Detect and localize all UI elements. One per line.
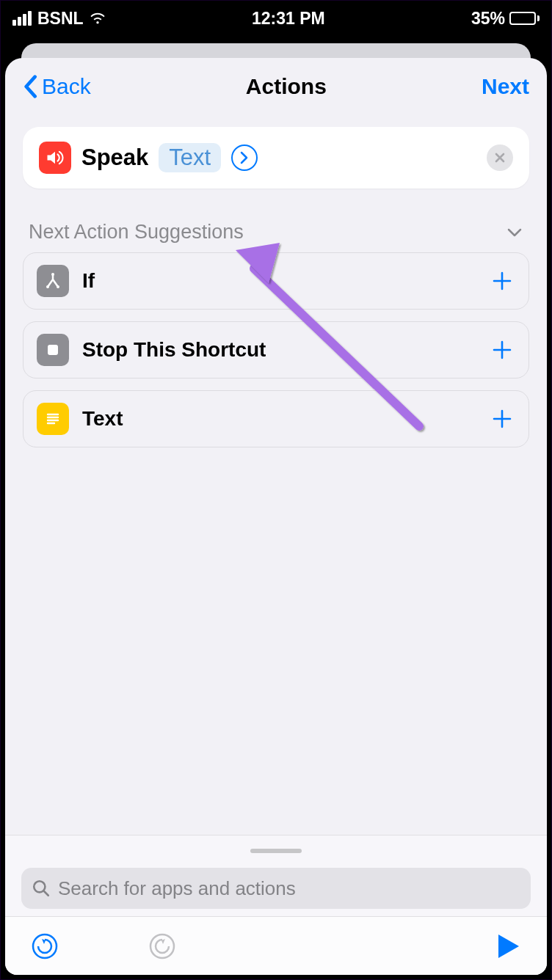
section-header[interactable]: Next Action Suggestions [29, 221, 523, 244]
lines-icon [37, 403, 69, 435]
svg-point-6 [150, 935, 174, 958]
stop-icon [37, 334, 69, 366]
undo-icon [30, 932, 59, 961]
status-bar: BSNL 12:31 PM 35% [1, 1, 551, 36]
speaker-icon [39, 142, 71, 174]
search-icon [32, 879, 51, 898]
suggestion-label: Text [82, 407, 476, 431]
section-title-label: Next Action Suggestions [29, 221, 244, 244]
battery-percent-label: 35% [471, 9, 505, 29]
chevron-down-icon [506, 224, 523, 241]
status-right: 35% [471, 9, 540, 29]
suggestion-label: Stop This Shortcut [82, 338, 476, 362]
run-button[interactable] [493, 932, 522, 961]
close-icon [494, 152, 506, 164]
plus-icon [492, 271, 512, 291]
device-frame: BSNL 12:31 PM 35% Back Actions Next [0, 0, 552, 980]
signal-icon [12, 11, 32, 26]
add-suggestion-button[interactable] [489, 268, 515, 294]
status-left: BSNL [12, 9, 106, 29]
suggestion-row[interactable]: Stop This Shortcut [23, 321, 529, 379]
add-suggestion-button[interactable] [489, 406, 515, 432]
back-button[interactable]: Back [23, 74, 91, 99]
page-title: Actions [246, 74, 327, 99]
param-chip-text[interactable]: Text [159, 143, 221, 172]
svg-rect-3 [48, 345, 58, 355]
action-card-speak[interactable]: Speak Text [23, 127, 529, 189]
search-placeholder: Search for apps and actions [58, 877, 296, 900]
suggestions-list: IfStop This ShortcutText [23, 252, 529, 447]
svg-point-5 [33, 935, 57, 958]
svg-point-2 [57, 285, 59, 288]
clock-label: 12:31 PM [252, 9, 325, 29]
play-icon [493, 932, 522, 961]
disclosure-button[interactable] [231, 145, 258, 171]
undo-button[interactable] [30, 932, 59, 961]
nav-bar: Back Actions Next [5, 58, 547, 112]
add-suggestion-button[interactable] [489, 337, 515, 363]
carrier-label: BSNL [37, 9, 84, 29]
chevron-left-icon [23, 75, 37, 98]
grab-handle[interactable] [250, 849, 302, 853]
main-sheet: Back Actions Next Speak Text [5, 58, 547, 975]
svg-point-0 [51, 273, 54, 276]
svg-point-1 [46, 285, 49, 288]
back-label: Back [42, 74, 91, 99]
plus-icon [492, 340, 512, 360]
search-area: Search for apps and actions [5, 835, 547, 916]
plus-icon [492, 409, 512, 429]
branch-icon [37, 265, 69, 297]
suggestion-row[interactable]: Text [23, 390, 529, 447]
wifi-icon [90, 10, 106, 26]
redo-button[interactable] [148, 932, 177, 961]
search-input[interactable]: Search for apps and actions [21, 868, 531, 909]
bottom-toolbar [5, 916, 547, 975]
battery-icon [509, 12, 540, 25]
clear-action-button[interactable] [487, 145, 513, 171]
action-name-label: Speak [81, 145, 148, 171]
content-area: Speak Text Next Action Suggestions IfSto… [5, 112, 547, 835]
chevron-right-icon [239, 151, 250, 164]
suggestion-row[interactable]: If [23, 252, 529, 310]
next-button[interactable]: Next [482, 74, 529, 99]
suggestion-label: If [82, 269, 476, 293]
redo-icon [148, 932, 177, 961]
